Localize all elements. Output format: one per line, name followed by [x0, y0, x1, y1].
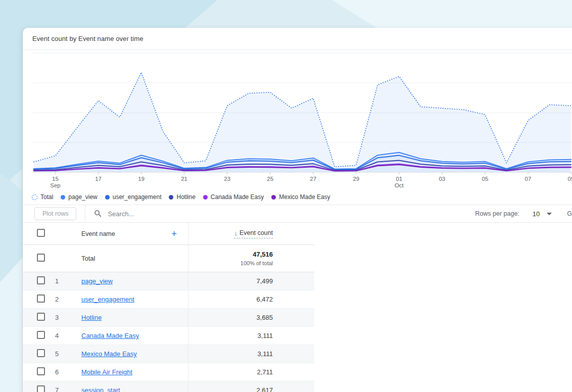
table-row[interactable]: 5 Mexico Made Easy 3,111: [23, 345, 314, 363]
series-dot-icon: [203, 195, 208, 200]
event-count-column-header[interactable]: ↓ Event count: [234, 229, 273, 238]
event-name-link[interactable]: Mexico Made Easy: [81, 350, 137, 358]
x-tick-label: 25: [267, 176, 273, 182]
legend-item[interactable]: user_engagement: [105, 193, 162, 201]
legend-item[interactable]: Total: [32, 193, 53, 201]
select-all-checkbox[interactable]: [37, 229, 45, 237]
total-name-cell: Total: [78, 255, 188, 262]
row-name-cell: user_engagement: [78, 296, 188, 303]
row-rank: 6: [55, 368, 78, 376]
x-tick-label: 01Oct: [395, 176, 404, 189]
x-tick-label: 29: [353, 176, 359, 182]
legend-label: Hotline: [176, 193, 195, 201]
legend-item[interactable]: page_view: [61, 193, 97, 201]
search-input[interactable]: [108, 210, 199, 218]
event-count-cell: 3,111: [188, 327, 314, 345]
chart-legend: Totalpage_viewuser_engagementHotlineCana…: [23, 189, 572, 205]
event-name-link[interactable]: session_start: [81, 386, 120, 392]
event-count-cell: 7,499: [188, 272, 314, 290]
header-count-cell: ↓ Event count: [188, 223, 314, 244]
legend-label: user_engagement: [113, 193, 162, 201]
x-tick-label: 27: [310, 176, 316, 182]
row-rank: 4: [55, 332, 78, 339]
legend-item[interactable]: Canada Made Easy: [203, 193, 264, 201]
row-name-cell: session_start: [78, 386, 188, 392]
series-dot-icon: [271, 195, 276, 200]
row-checkbox[interactable]: [37, 313, 45, 321]
total-row-checkbox[interactable]: [37, 254, 45, 262]
x-tick-label: 23: [224, 176, 230, 182]
x-tick-label: 03: [439, 176, 445, 182]
x-tick-label: 21: [181, 176, 187, 182]
event-name-link[interactable]: user_engagement: [81, 296, 134, 303]
row-checkbox[interactable]: [37, 276, 45, 284]
x-axis-labels: 15Sep1719212325272901Oct03050709: [23, 174, 572, 189]
sort-descending-icon: ↓: [234, 229, 237, 237]
legend-item[interactable]: Mexico Made Easy: [271, 193, 330, 201]
series-dot-icon: [61, 195, 65, 200]
table-body: 1 page_view 7,499 2 user_engagement 6,47…: [23, 272, 314, 392]
table-header-row: Event name + ↓ Event count: [23, 223, 314, 245]
legend-item[interactable]: Hotline: [169, 193, 195, 201]
card-header: Event count by Event name over time: [23, 28, 572, 50]
total-count-cell: 47,516 100% of total: [188, 245, 314, 272]
table-row[interactable]: 1 page_view 7,499: [23, 272, 314, 290]
x-tick-label: 09: [568, 176, 572, 182]
row-name-cell: page_view: [78, 277, 188, 285]
event-count-cell: 2,617: [188, 381, 314, 392]
table-total-row: Total 47,516 100% of total: [23, 245, 314, 272]
event-count-header-label: Event count: [240, 229, 273, 236]
row-name-cell: Hotline: [78, 314, 188, 321]
event-name-column-header[interactable]: Event name: [81, 230, 115, 237]
row-name-cell: Canada Made Easy: [78, 332, 188, 339]
event-count-cell: 2,711: [188, 363, 314, 381]
timeseries-chart: [23, 50, 572, 174]
table-row[interactable]: 2 user_engagement 6,472: [23, 290, 314, 309]
dropdown-caret-icon[interactable]: [547, 213, 552, 215]
table-row[interactable]: 3 Hotline 3,685: [23, 309, 314, 327]
events-table: Event name + ↓ Event count Total 47,516 …: [23, 223, 314, 392]
table-row[interactable]: 4 Canada Made Easy 3,111: [23, 327, 314, 345]
total-dashed-circle-icon: [32, 194, 37, 200]
rows-per-page-label: Rows per page:: [475, 210, 519, 217]
row-checkbox[interactable]: [37, 331, 45, 339]
pagination-controls: Rows per page: 10 Go: [475, 210, 572, 218]
event-name-link[interactable]: Canada Made Easy: [81, 332, 139, 339]
table-row[interactable]: 7 session_start 2,617: [23, 381, 314, 392]
row-checkbox[interactable]: [37, 349, 45, 357]
row-checkbox[interactable]: [37, 295, 45, 303]
rows-per-page-value[interactable]: 10: [533, 210, 540, 218]
event-name-link[interactable]: page_view: [81, 277, 113, 285]
total-percent-of-total: 100% of total: [241, 260, 273, 266]
row-checkbox-cell: [23, 331, 55, 341]
toolbar-divider: [85, 205, 85, 222]
row-checkbox[interactable]: [37, 367, 45, 375]
event-count-cell: 3,111: [188, 345, 314, 363]
header-checkbox-cell: [23, 229, 55, 239]
add-column-icon[interactable]: +: [171, 229, 177, 238]
row-rank: 5: [55, 350, 78, 358]
analytics-report-card: Event count by Event name over time 15Se…: [23, 28, 572, 392]
row-checkbox[interactable]: [37, 385, 45, 392]
header-name-cell: Event name +: [78, 229, 188, 238]
x-tick-label: 05: [482, 176, 489, 182]
table-row[interactable]: 6 Mobile Air Freight 2,711: [23, 363, 314, 381]
event-count-cell: 3,685: [188, 309, 314, 326]
x-tick-label: 17: [95, 176, 102, 182]
plot-rows-button[interactable]: Plot rows: [34, 207, 76, 220]
row-rank: 7: [55, 386, 78, 392]
row-name-cell: Mexico Made Easy: [78, 350, 188, 358]
chart-title: Event count by Event name over time: [32, 35, 144, 42]
total-checkbox-cell: [23, 254, 55, 264]
total-event-count: 47,516: [253, 251, 273, 258]
legend-label: Mexico Made Easy: [279, 193, 330, 201]
go-to-label: Go: [567, 210, 572, 217]
event-count-line-chart: [23, 50, 572, 174]
series-area-total: [34, 72, 571, 172]
row-name-cell: Mobile Air Freight: [78, 368, 188, 376]
row-checkbox-cell: [23, 295, 55, 305]
row-checkbox-cell: [23, 276, 55, 286]
legend-label: Total: [40, 193, 53, 201]
event-name-link[interactable]: Mobile Air Freight: [81, 368, 132, 376]
event-name-link[interactable]: Hotline: [81, 314, 102, 321]
